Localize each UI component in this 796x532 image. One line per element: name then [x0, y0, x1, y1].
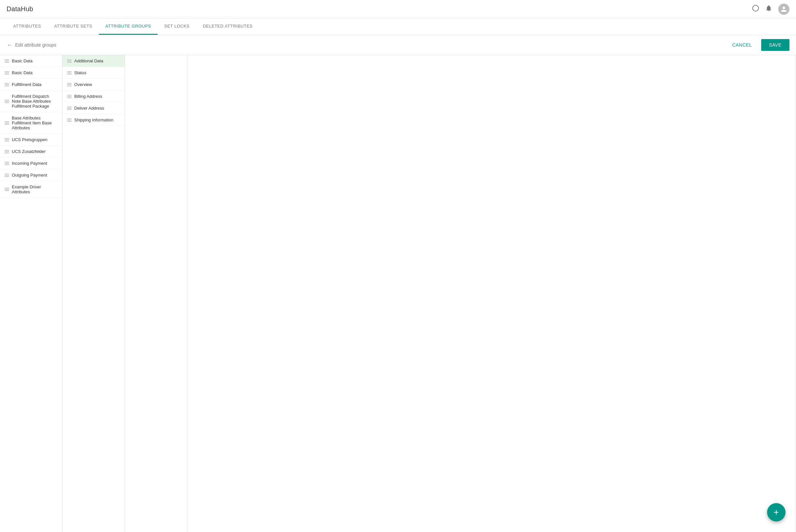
bell-icon[interactable] [765, 5, 772, 14]
edit-bar-left: ← Edit attribute groups [6, 42, 56, 49]
app-title: DataHub [6, 5, 33, 13]
drag-icon [5, 162, 9, 165]
list-item[interactable]: Incoming Payment [0, 157, 62, 169]
topbar-icons [752, 4, 790, 15]
circle-icon[interactable] [752, 5, 759, 14]
drag-icon [5, 83, 9, 86]
list-item[interactable]: Additional Data [62, 55, 125, 67]
cancel-button[interactable]: CANCEL [728, 40, 756, 50]
nav-tabs: ATTRIBUTES ATTRIBUTE SETS ATTRIBUTE GROU… [0, 18, 796, 35]
drag-icon [67, 95, 72, 98]
drag-icon [5, 150, 9, 153]
list-item[interactable]: UCS Zusatzfelder [0, 146, 62, 157]
topbar: DataHub [0, 0, 796, 18]
main-content: Basic Data Basic Data Fulfillment Data F… [0, 55, 796, 532]
list-item[interactable]: Outgoing Payment [0, 169, 62, 181]
list-item[interactable]: UCS Preisgruppen [0, 134, 62, 146]
save-button[interactable]: SAVE [761, 39, 790, 51]
list-item[interactable]: Overview [62, 79, 125, 91]
svg-point-0 [753, 5, 759, 11]
drag-icon [5, 100, 9, 103]
list-item[interactable]: Shipping Information [62, 114, 125, 126]
list-item[interactable]: Fulfillment Dispatch Note Base Attribute… [0, 91, 62, 112]
column-1: Basic Data Basic Data Fulfillment Data F… [0, 55, 62, 532]
drag-icon [67, 59, 72, 63]
list-item[interactable]: Example Driver Attributes [0, 181, 62, 198]
list-item[interactable]: Basic Data [0, 55, 62, 67]
drag-icon [67, 83, 72, 86]
tab-attribute-sets[interactable]: ATTRIBUTE SETS [48, 18, 99, 35]
tab-deleted-attributes[interactable]: DELETED ATTRIBUTES [196, 18, 259, 35]
list-item[interactable]: Billing Address [62, 91, 125, 102]
drag-icon [5, 188, 9, 191]
list-item[interactable]: Base Attributes Fulfillment Item Base At… [0, 112, 62, 134]
edit-bar-title: Edit attribute groups [15, 42, 56, 48]
drag-icon [5, 59, 9, 63]
edit-bar-right: CANCEL SAVE [728, 39, 790, 51]
drag-icon [5, 138, 9, 141]
list-item[interactable]: Fulfillment Data [0, 79, 62, 91]
tab-set-locks[interactable]: SET LOCKS [158, 18, 196, 35]
list-item[interactable]: Basic Data [0, 67, 62, 79]
drag-icon [67, 118, 72, 122]
drag-icon [5, 71, 9, 75]
avatar[interactable] [778, 4, 790, 15]
fab-add-button[interactable]: + [767, 503, 785, 521]
drag-icon [5, 121, 9, 125]
back-arrow-icon[interactable]: ← [6, 42, 13, 49]
tab-attribute-groups[interactable]: ATTRIBUTE GROUPS [99, 18, 158, 35]
drag-icon [67, 71, 72, 75]
drag-icon [67, 107, 72, 110]
tab-attributes[interactable]: ATTRIBUTES [6, 18, 48, 35]
list-item[interactable]: Status [62, 67, 125, 79]
column-4 [187, 55, 796, 532]
list-item[interactable]: Deliver Address [62, 102, 125, 114]
drag-icon [5, 174, 9, 177]
edit-bar: ← Edit attribute groups CANCEL SAVE [0, 35, 796, 55]
column-2: Additional Data Status Overview Billing … [62, 55, 125, 532]
column-3 [125, 55, 187, 532]
